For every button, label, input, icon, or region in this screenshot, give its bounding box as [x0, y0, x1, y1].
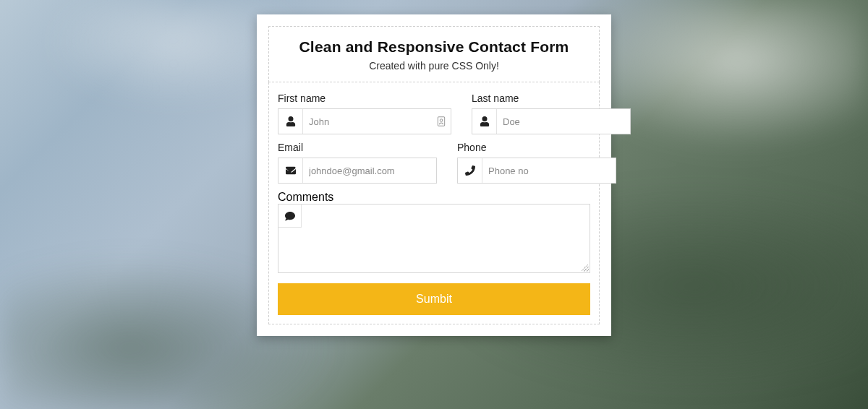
email-label: Email [278, 142, 437, 153]
form-title: Clean and Responsive Contact Form [278, 38, 590, 56]
svg-point-1 [440, 119, 442, 121]
user-icon [472, 109, 497, 134]
last-name-input[interactable] [497, 109, 630, 134]
comment-icon [278, 204, 302, 228]
first-name-input-wrap [278, 108, 451, 134]
row-name: First name Last name [278, 92, 590, 134]
comments-input[interactable] [278, 204, 590, 272]
user-icon [278, 109, 303, 134]
phone-input-wrap [457, 158, 616, 184]
phone-label: Phone [457, 142, 616, 153]
field-first-name: First name [278, 92, 451, 134]
last-name-label: Last name [472, 92, 631, 104]
contact-form-card: Clean and Responsive Contact Form Create… [257, 14, 611, 336]
submit-button[interactable]: Sumbit [278, 283, 590, 315]
comments-input-wrap [278, 204, 590, 273]
form-subtitle: Created with pure CSS Only! [278, 60, 590, 72]
email-input[interactable] [303, 158, 436, 183]
resize-grip-icon[interactable] [582, 264, 589, 272]
envelope-icon [278, 158, 303, 183]
field-phone: Phone [457, 142, 616, 184]
field-comments: Comments [278, 191, 590, 273]
form-header: Clean and Responsive Contact Form Create… [268, 26, 600, 82]
form-body: First name Last name [268, 82, 600, 324]
row-contact: Email Phone [278, 142, 590, 184]
last-name-input-wrap [472, 108, 631, 134]
first-name-label: First name [278, 92, 451, 104]
field-email: Email [278, 142, 437, 184]
first-name-input[interactable] [303, 109, 436, 134]
field-last-name: Last name [472, 92, 631, 134]
contact-card-icon [436, 109, 451, 134]
phone-icon [458, 158, 482, 183]
email-input-wrap [278, 158, 437, 184]
comments-label: Comments [278, 191, 333, 203]
phone-input[interactable] [482, 158, 616, 183]
